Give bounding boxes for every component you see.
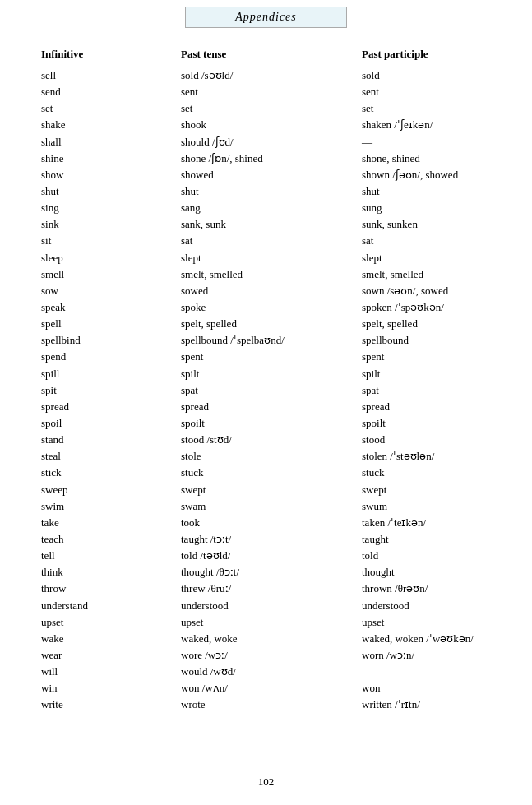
past-tense-cell: won /wʌn/ xyxy=(181,680,362,696)
col-header-infinitive: Infinitive xyxy=(41,48,181,61)
past-tense-cell: thought /θɔːt/ xyxy=(181,564,362,581)
table-row: standstood /stʊd/stood xyxy=(41,432,491,448)
past-participle-cell: spilt xyxy=(362,366,491,382)
page-number: 102 xyxy=(258,775,275,788)
past-participle-cell: shown /ʃəʊn/, showed xyxy=(362,167,491,183)
table-row: willwould /wʊd/— xyxy=(41,664,491,680)
past-participle-cell: won xyxy=(362,680,491,696)
past-tense-cell: waked, woke xyxy=(181,631,362,647)
past-tense-cell: shook xyxy=(181,117,362,133)
past-tense-cell: sang xyxy=(181,200,362,216)
column-headers: Infinitive Past tense Past participle xyxy=(41,48,491,61)
table-row: thinkthought /θɔːt/thought xyxy=(41,564,491,581)
past-participle-cell: spread xyxy=(362,399,491,415)
past-tense-cell: understood xyxy=(181,598,362,614)
table-row: sendsentsent xyxy=(41,84,491,100)
past-participle-cell: — xyxy=(362,664,491,680)
past-tense-cell: set xyxy=(181,100,362,117)
table-row: wearwore /wɔː/worn /wɔːn/ xyxy=(41,647,491,664)
infinitive-cell: take xyxy=(41,515,181,531)
infinitive-cell: shake xyxy=(41,117,181,133)
past-participle-cell: sold xyxy=(362,67,491,84)
table-row: understandunderstoodunderstood xyxy=(41,598,491,614)
past-participle-cell: swum xyxy=(362,498,491,515)
table-row: sleepsleptslept xyxy=(41,250,491,266)
infinitive-cell: stand xyxy=(41,432,181,448)
infinitive-cell: spill xyxy=(41,366,181,382)
infinitive-cell: teach xyxy=(41,531,181,548)
infinitive-cell: sleep xyxy=(41,250,181,266)
infinitive-cell: spoil xyxy=(41,415,181,432)
past-tense-cell: stuck xyxy=(181,465,362,481)
past-participle-cell: shut xyxy=(362,183,491,200)
past-participle-cell: smelt, smelled xyxy=(362,266,491,283)
infinitive-cell: sweep xyxy=(41,482,181,498)
appendices-title: Appendices xyxy=(185,7,347,28)
infinitive-cell: write xyxy=(41,696,181,713)
infinitive-cell: will xyxy=(41,664,181,680)
table-row: stickstuckstuck xyxy=(41,465,491,481)
page-footer: 102 xyxy=(0,775,532,789)
table-row: winwon /wʌn/won xyxy=(41,680,491,696)
past-participle-cell: understood xyxy=(362,598,491,614)
infinitive-cell: steal xyxy=(41,448,181,465)
infinitive-cell: sit xyxy=(41,233,181,249)
infinitive-cell: wear xyxy=(41,647,181,664)
infinitive-cell: spend xyxy=(41,349,181,365)
past-tense-cell: shone /ʃɒn/, shined xyxy=(181,150,362,167)
infinitive-cell: throw xyxy=(41,581,181,597)
past-tense-cell: should /ʃʊd/ xyxy=(181,134,362,150)
table-row: writewrotewritten /ˈrɪtn/ xyxy=(41,696,491,713)
past-tense-cell: sank, sunk xyxy=(181,216,362,233)
infinitive-cell: shall xyxy=(41,134,181,150)
past-participle-cell: written /ˈrɪtn/ xyxy=(362,696,491,713)
past-participle-cell: slept xyxy=(362,250,491,266)
table-row: sweepsweptswept xyxy=(41,482,491,498)
past-participle-cell: sat xyxy=(362,233,491,249)
past-tense-cell: swept xyxy=(181,482,362,498)
past-tense-cell: sold /səʊld/ xyxy=(181,67,362,84)
past-tense-cell: spat xyxy=(181,382,362,399)
past-participle-cell: taught xyxy=(362,531,491,548)
infinitive-cell: spit xyxy=(41,382,181,399)
table-row: spillspiltspilt xyxy=(41,366,491,382)
infinitive-cell: send xyxy=(41,84,181,100)
table-row: spellspelt, spelledspelt, spelled xyxy=(41,316,491,332)
past-tense-cell: spilt xyxy=(181,366,362,382)
past-participle-cell: worn /wɔːn/ xyxy=(362,647,491,664)
past-tense-cell: upset xyxy=(181,614,362,631)
past-participle-cell: swept xyxy=(362,482,491,498)
past-tense-cell: spoke xyxy=(181,299,362,316)
table-row: taketooktaken /ˈteɪkən/ xyxy=(41,515,491,531)
table-row: speakspokespoken /ˈspəʊkən/ xyxy=(41,299,491,316)
infinitive-cell: win xyxy=(41,680,181,696)
infinitive-cell: shine xyxy=(41,150,181,167)
past-participle-cell: stuck xyxy=(362,465,491,481)
table-row: spellbindspellbound /ˈspelbaʊnd/spellbou… xyxy=(41,332,491,349)
table-row: teachtaught /tɔːt/taught xyxy=(41,531,491,548)
past-tense-cell: stood /stʊd/ xyxy=(181,432,362,448)
past-participle-cell: sunk, sunken xyxy=(362,216,491,233)
past-participle-cell: set xyxy=(362,100,491,117)
infinitive-cell: sell xyxy=(41,67,181,84)
past-participle-cell: spent xyxy=(362,349,491,365)
past-participle-cell: spelt, spelled xyxy=(362,316,491,332)
past-tense-cell: threw /θruː/ xyxy=(181,581,362,597)
past-tense-cell: spent xyxy=(181,349,362,365)
infinitive-cell: sing xyxy=(41,200,181,216)
table-row: shallshould /ʃʊd/— xyxy=(41,134,491,150)
past-tense-cell: sowed xyxy=(181,283,362,299)
past-participle-cell: shaken /ˈʃeɪkən/ xyxy=(362,117,491,133)
table-row: telltold /təʊld/told xyxy=(41,548,491,564)
infinitive-cell: spell xyxy=(41,316,181,332)
infinitive-cell: speak xyxy=(41,299,181,316)
past-tense-cell: took xyxy=(181,515,362,531)
table-row: setsetset xyxy=(41,100,491,117)
table-row: shineshone /ʃɒn/, shinedshone, shined xyxy=(41,150,491,167)
table-row: spitspatspat xyxy=(41,382,491,399)
past-tense-cell: stole xyxy=(181,448,362,465)
infinitive-cell: upset xyxy=(41,614,181,631)
past-tense-cell: spelt, spelled xyxy=(181,316,362,332)
past-tense-cell: sat xyxy=(181,233,362,249)
past-participle-cell: — xyxy=(362,134,491,150)
